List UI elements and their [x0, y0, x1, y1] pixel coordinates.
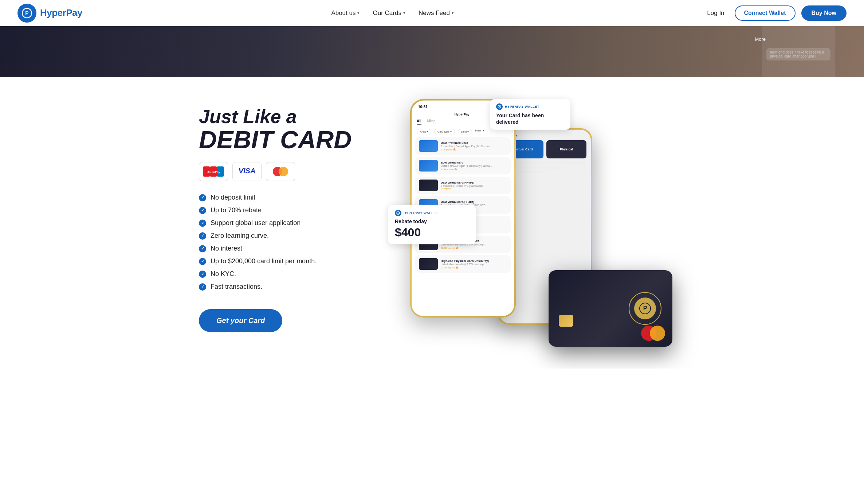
- card-logo-inner: P: [634, 298, 656, 319]
- banner-chat: how long does it take to receive a physi…: [762, 44, 835, 67]
- navbar: P HyperPay About us ▾ Our Cards ▾ News F…: [0, 0, 864, 26]
- card-thumbnail: [419, 180, 438, 191]
- right-content: P HYPERPAY WALLET Your Card has been del…: [388, 99, 672, 347]
- get-card-button[interactable]: Get your Card: [199, 309, 282, 332]
- feature-2: Up to 70% rebate: [199, 204, 388, 217]
- chevron-about-icon: ▾: [357, 11, 360, 15]
- check-icon-5: [199, 245, 206, 252]
- feature-7: No KYC.: [199, 268, 388, 280]
- phone-card-item[interactable]: EUR virtual card Suitable for EEA region…: [415, 157, 511, 174]
- card-name: USD Preferred Card: [441, 141, 507, 145]
- unionpay-logo: UnionPay: [199, 162, 228, 181]
- filter-card-type[interactable]: Card type ▾: [434, 129, 455, 134]
- phone-card-item[interactable]: High-end Physical Card(UnionPay) Unlimit…: [415, 255, 511, 273]
- tooltip-rebate-icon: P: [395, 210, 401, 216]
- card-badge: 5.1k applied 🔥: [441, 148, 507, 151]
- filter-limit[interactable]: Limit ▾: [458, 129, 472, 134]
- mastercard-dots: [641, 326, 665, 341]
- back-phone-card2: Physical: [546, 140, 586, 158]
- buy-now-button[interactable]: Buy Now: [801, 5, 847, 21]
- card-brand-icon: P: [639, 302, 652, 315]
- card-name: USD virtual card(PH485): [441, 200, 507, 204]
- banner-phone: how long does it take to receive a physi…: [762, 26, 835, 77]
- svg-text:P: P: [25, 10, 28, 16]
- svg-point-8: [279, 167, 288, 176]
- connect-wallet-button[interactable]: Connect Wallet: [735, 5, 796, 21]
- check-icon-7: [199, 271, 206, 278]
- check-icon-6: [199, 258, 206, 265]
- nav-actions: Log In Connect Wallet Buy Now: [703, 5, 847, 21]
- tab-mine[interactable]: Mine: [427, 119, 436, 125]
- card-logos: UnionPay VISA: [199, 162, 388, 181]
- svg-text:P: P: [643, 305, 647, 311]
- mc-yellow-circle: [650, 326, 665, 341]
- tooltip-hyperpay-icon: P: [496, 103, 503, 110]
- hero-blur: [0, 26, 864, 77]
- feature-3: Support global user application: [199, 217, 388, 229]
- unionpay-svg: UnionPay: [202, 165, 225, 178]
- left-content: Just Like a DEBIT CARD UnionPay VISA: [199, 99, 388, 332]
- tooltip-rebate-brand: HYPERPAY WALLET: [404, 211, 438, 215]
- card-detail: Suitable for EEA region | Fast delivery …: [441, 165, 507, 168]
- check-icon-4: [199, 232, 206, 240]
- phone-card-item[interactable]: USD virtual card(PH493) 0 annual fee | S…: [415, 177, 511, 194]
- card-info: USD Preferred Card 0 annual fee | Suppor…: [441, 141, 507, 150]
- tab-all[interactable]: All: [417, 119, 421, 125]
- logo-icon: P: [17, 4, 36, 23]
- card-badge: 1k applied: [441, 188, 507, 190]
- physical-card: P: [549, 270, 672, 347]
- feature-5: No interest: [199, 242, 388, 255]
- feature-8: Fast transactions.: [199, 280, 388, 293]
- tooltip-header: P HYPERPAY WALLET: [496, 103, 565, 110]
- tooltip-delivered: P HYPERPAY WALLET Your Card has been del…: [490, 99, 570, 130]
- tooltip-rebate: P HYPERPAY WALLET Rebate today $400: [388, 205, 476, 244]
- banner-more: More: [755, 36, 766, 42]
- hero-banner: how long does it take to receive a physi…: [0, 26, 864, 77]
- tooltip-rebate-header: P HYPERPAY WALLET: [395, 210, 469, 216]
- mastercard-logo: [266, 162, 295, 181]
- card-name: High-end Physical Card(UnionPay): [441, 259, 507, 263]
- logo-accent: Pay: [66, 7, 82, 18]
- check-icon-2: [199, 207, 206, 214]
- card-thumbnail: [419, 160, 438, 172]
- chevron-cards-icon: ▾: [403, 11, 405, 15]
- main-content: Just Like a DEBIT CARD UnionPay VISA: [170, 77, 694, 369]
- nav-about[interactable]: About us ▾: [331, 9, 360, 17]
- nav-links: About us ▾ Our Cards ▾ News Feed ▾: [331, 9, 454, 17]
- tooltip-brand-delivered: HYPERPAY WALLET: [505, 105, 539, 109]
- card-detail: Unlimited consumption | 0.75% consump...: [441, 263, 507, 266]
- card-badge: 39.82k applied 🔥: [441, 247, 507, 249]
- card-name: EUR virtual card: [441, 161, 507, 164]
- logo-normal: Hyper: [40, 7, 66, 18]
- card-info: USD virtual card(PH493) 0 annual fee | S…: [441, 181, 507, 190]
- feature-6: Up to $200,000 card limit per month.: [199, 255, 388, 268]
- mastercard-svg: [269, 165, 292, 178]
- headline-normal: Just Like a: [199, 106, 388, 127]
- card-chip: [559, 315, 573, 327]
- features-list: No deposit limit Up to 70% rebate Suppor…: [199, 191, 388, 293]
- rebate-amount: $400: [395, 226, 469, 239]
- card-badge: 30.4k applied 🔥: [441, 168, 507, 170]
- nav-newsfeed[interactable]: News Feed ▾: [419, 9, 454, 17]
- visa-svg: VISA: [236, 165, 258, 178]
- feature-4: Zero learning curve.: [199, 229, 388, 242]
- nav-cards[interactable]: Our Cards ▾: [373, 9, 405, 17]
- card-detail: 0 annual fee | Simple KYC | $20000/day: [441, 185, 507, 188]
- check-icon-8: [199, 283, 206, 291]
- svg-text:UnionPay: UnionPay: [207, 170, 220, 174]
- card-detail: 0 annual fee | Support Apple Pay | No Co…: [441, 145, 507, 148]
- filter-sort[interactable]: Filter ▼: [475, 129, 484, 134]
- svg-text:P: P: [397, 212, 399, 214]
- login-button[interactable]: Log In: [703, 7, 728, 20]
- card-thumbnail: [419, 140, 438, 152]
- tooltip-delivered-message: Your Card has been delivered: [496, 112, 565, 125]
- card-name: USD virtual card(PH493): [441, 181, 507, 184]
- filter-area[interactable]: Area ▾: [417, 129, 431, 134]
- logo-svg: P: [21, 8, 32, 19]
- headline-bold: DEBIT CARD: [199, 127, 388, 152]
- phone-card-item[interactable]: USD Preferred Card 0 annual fee | Suppor…: [415, 137, 511, 155]
- logo[interactable]: P HyperPay: [17, 4, 82, 23]
- card-badge: 10.04k applied 🔥: [441, 266, 507, 269]
- check-icon-1: [199, 194, 206, 201]
- logo-text: HyperPay: [40, 7, 82, 19]
